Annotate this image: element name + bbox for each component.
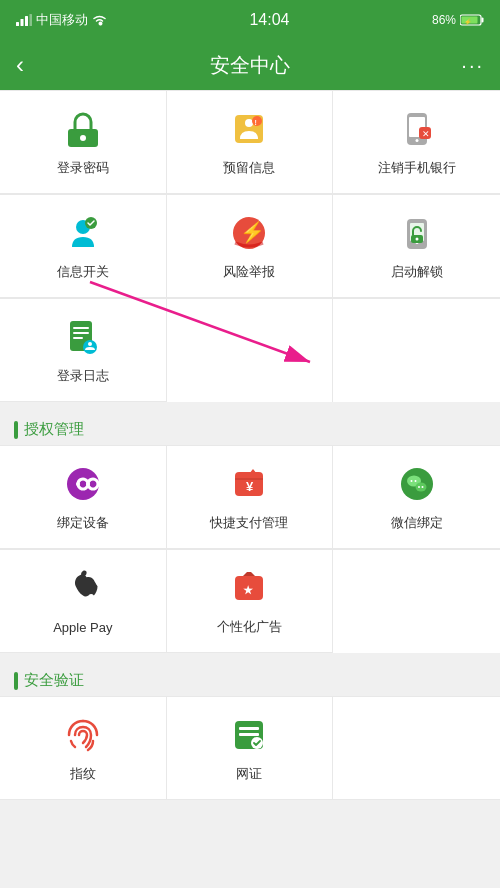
svg-point-45: [414, 480, 416, 482]
header: ‹ 安全中心 ···: [0, 40, 500, 90]
quick-pay-label: 快捷支付管理: [210, 514, 288, 532]
netcert-label: 网证: [236, 765, 262, 783]
grid-item-launch-unlock[interactable]: 启动解锁: [333, 195, 500, 298]
grid-item-info-switch[interactable]: 信息开关: [0, 195, 167, 298]
grid-empty-4: [333, 697, 500, 800]
verify-section-title: 安全验证: [24, 671, 84, 690]
svg-point-11: [245, 119, 253, 127]
svg-text:¥: ¥: [246, 479, 254, 494]
svg-point-37: [67, 468, 99, 500]
separator-2: [0, 653, 500, 661]
battery-label: 86%: [432, 13, 456, 27]
svg-text:!: !: [255, 119, 257, 126]
personal-ad-icon: ★: [229, 568, 269, 608]
apple-icon: [65, 570, 101, 610]
svg-text:⚡: ⚡: [240, 220, 265, 244]
cancel-mobile-label: 注销手机银行: [378, 159, 456, 177]
launch-unlock-label: 启动解锁: [391, 263, 443, 281]
grid-item-cancel-mobile[interactable]: ✕ 注销手机银行: [333, 91, 500, 194]
grid-empty-2: [333, 299, 500, 402]
svg-rect-30: [73, 327, 89, 329]
grid-item-risk-report[interactable]: ⚡ 风险举报: [167, 195, 334, 298]
grid-item-login-log[interactable]: 登录日志: [0, 299, 167, 402]
svg-rect-5: [481, 18, 483, 23]
fingerprint-icon-wrap: [61, 713, 105, 757]
launch-unlock-icon-wrap: [395, 211, 439, 255]
more-button[interactable]: ···: [461, 54, 484, 77]
status-right: 86% ⚡: [432, 13, 484, 27]
grid-item-reserved-info[interactable]: ! 预留信息: [167, 91, 334, 194]
grid-item-personal-ad[interactable]: ★ 个性化广告: [167, 550, 334, 653]
status-bar: 中国移动 14:04 86% ⚡: [0, 0, 500, 40]
info-switch-icon-wrap: [61, 211, 105, 255]
personal-ad-icon-wrap: ★: [227, 566, 271, 610]
status-left: 中国移动: [16, 11, 107, 29]
bind-device-icon: [63, 464, 103, 504]
grid-item-apple-pay[interactable]: Apple Pay: [0, 550, 167, 653]
risk-report-label: 风险举报: [223, 263, 275, 281]
svg-point-48: [421, 486, 423, 488]
login-log-icon-wrap: [61, 315, 105, 359]
svg-rect-1: [21, 19, 24, 26]
apple-pay-icon-wrap: [61, 568, 105, 612]
svg-point-9: [80, 135, 86, 141]
status-time: 14:04: [249, 11, 289, 29]
wifi-icon: [92, 15, 107, 26]
wechat-bind-icon-wrap: [395, 462, 439, 506]
svg-point-39: [86, 482, 90, 486]
quick-pay-icon-wrap: ¥: [227, 462, 271, 506]
svg-rect-52: [239, 727, 259, 730]
signal-icon: [16, 14, 32, 26]
auth-section-title: 授权管理: [24, 420, 84, 439]
svg-rect-53: [239, 733, 259, 736]
grid-item-quick-pay[interactable]: ¥ 快捷支付管理: [167, 446, 334, 549]
svg-point-12: [252, 116, 262, 126]
bind-device-label: 绑定设备: [57, 514, 109, 532]
lock-icon-wrap: [61, 107, 105, 151]
netcert-icon: [229, 715, 269, 755]
auth-grid-2: Apple Pay ★ 个性化广告: [0, 549, 500, 653]
fingerprint-label: 指纹: [70, 765, 96, 783]
wechat-bind-label: 微信绑定: [391, 514, 443, 532]
personal-ad-label: 个性化广告: [217, 618, 282, 636]
carrier-label: 中国移动: [36, 11, 88, 29]
content-area: 登录密码 ! 预留信息 ✕: [0, 90, 500, 888]
page-title: 安全中心: [210, 52, 290, 79]
security-grid-2: 信息开关 ⚡ 风险举报: [0, 194, 500, 298]
svg-point-34: [88, 342, 92, 346]
svg-rect-3: [30, 14, 33, 26]
grid-empty-1: [167, 299, 334, 402]
login-password-label: 登录密码: [57, 159, 109, 177]
quick-pay-icon: ¥: [229, 464, 269, 504]
svg-point-44: [410, 480, 412, 482]
svg-point-38: [76, 482, 80, 486]
grid-item-fingerprint[interactable]: 指纹: [0, 697, 167, 800]
grid-item-bind-device[interactable]: 绑定设备: [0, 446, 167, 549]
battery-icon: ⚡: [460, 14, 484, 26]
login-password-icon: [63, 109, 103, 149]
auth-grid-1: 绑定设备 ¥ 快捷支付管理: [0, 445, 500, 549]
grid-empty-3: [333, 550, 500, 653]
grid-item-wechat-bind[interactable]: 微信绑定: [333, 446, 500, 549]
svg-rect-0: [16, 22, 19, 26]
netcert-icon-wrap: [227, 713, 271, 757]
reserved-info-label: 预留信息: [223, 159, 275, 177]
fingerprint-icon: [63, 715, 103, 755]
grid-item-login-password[interactable]: 登录密码: [0, 91, 167, 194]
security-grid-3: 登录日志: [0, 298, 500, 402]
login-log-label: 登录日志: [57, 367, 109, 385]
info-switch-icon: [63, 213, 103, 253]
svg-rect-31: [73, 332, 89, 334]
svg-text:⚡: ⚡: [464, 18, 472, 26]
back-button[interactable]: ‹: [16, 51, 24, 79]
cancel-mobile-icon-wrap: ✕: [395, 107, 439, 151]
cancel-mobile-icon: ✕: [397, 109, 437, 149]
reserved-info-icon-wrap: !: [227, 107, 271, 151]
risk-report-icon-wrap: ⚡: [227, 211, 271, 255]
apple-pay-label: Apple Pay: [53, 620, 112, 635]
grid-item-netcert[interactable]: 网证: [167, 697, 334, 800]
security-grid-1: 登录密码 ! 预留信息 ✕: [0, 90, 500, 194]
risk-report-icon: ⚡: [229, 213, 269, 253]
svg-point-28: [415, 238, 418, 241]
section-label-verify: 安全验证: [0, 661, 500, 696]
